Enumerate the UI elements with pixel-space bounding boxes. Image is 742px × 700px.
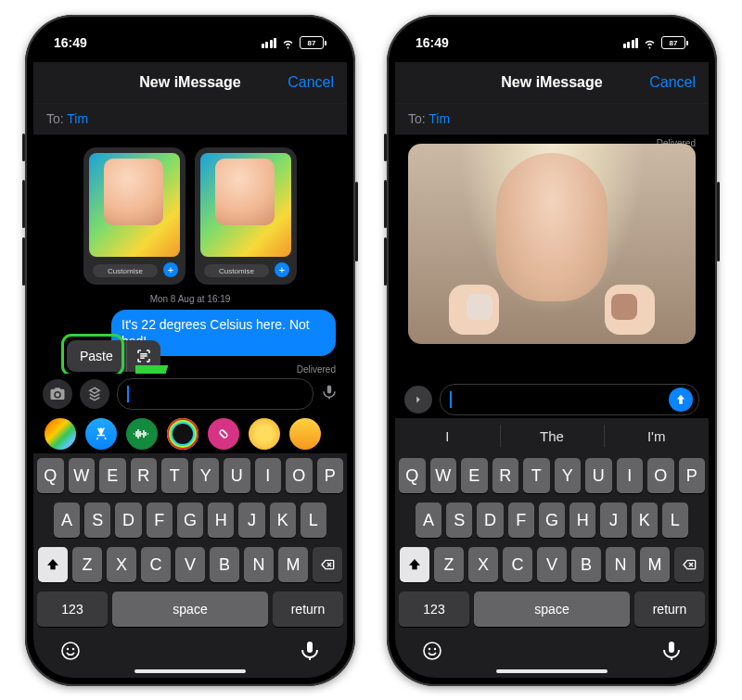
memoji-app-icon[interactable] [249,418,280,450]
attachment-thumb[interactable]: Customise + [195,147,297,285]
key-l[interactable]: L [301,503,326,538]
shift-key[interactable] [400,547,429,582]
key-x[interactable]: X [107,547,136,582]
key-r[interactable]: R [131,458,158,493]
key-b[interactable]: B [571,547,601,582]
backspace-key[interactable] [313,547,342,582]
key-p[interactable]: P [317,458,344,493]
key-g[interactable]: G [539,503,565,538]
key-d[interactable]: D [115,503,141,538]
key-a[interactable]: A [54,503,80,538]
key-v[interactable]: V [537,547,567,582]
plus-icon[interactable]: + [275,262,289,277]
key-u[interactable]: U [224,458,250,493]
numbers-key[interactable]: 123 [399,592,469,627]
key-o[interactable]: O [286,458,313,493]
key-e[interactable]: E [99,458,126,493]
key-b[interactable]: B [210,547,239,582]
plus-icon[interactable]: + [163,262,178,277]
key-i[interactable]: I [617,458,644,493]
key-h[interactable]: H [569,503,595,538]
return-key[interactable]: return [273,592,343,627]
key-v[interactable]: V [175,547,205,582]
shazam-app-icon[interactable] [208,418,239,450]
key-w[interactable]: W [430,458,457,493]
key-g[interactable]: G [177,503,203,538]
key-n[interactable]: N [606,547,635,582]
key-o[interactable]: O [647,458,674,493]
key-e[interactable]: E [461,458,488,493]
photos-app-icon[interactable] [45,418,76,450]
key-m[interactable]: M [640,547,670,582]
to-field[interactable]: To: Tim [395,104,709,134]
key-z[interactable]: Z [72,547,102,582]
apps-button[interactable] [80,379,109,409]
keyboard[interactable]: Q W E R T Y U I O P A S D F G H [33,453,347,678]
key-t[interactable]: T [523,458,550,493]
key-r[interactable]: R [493,458,519,493]
paste-button[interactable]: Paste [67,340,127,372]
shift-key[interactable] [38,547,68,582]
conversation-area[interactable]: Delivered [395,134,709,381]
key-p[interactable]: P [679,458,706,493]
key-u[interactable]: U [585,458,612,493]
extra-app-icon[interactable] [289,418,321,450]
prediction[interactable]: I'm [604,418,709,453]
key-s[interactable]: S [84,503,110,538]
camera-button[interactable] [43,379,72,409]
key-k[interactable]: K [632,503,658,538]
key-k[interactable]: K [270,503,296,538]
customise-button[interactable]: Customise [93,264,158,277]
prediction[interactable]: I [395,418,500,453]
key-j[interactable]: J [238,503,264,538]
space-key[interactable]: space [112,592,268,627]
key-c[interactable]: C [503,547,532,582]
key-t[interactable]: T [161,458,188,493]
scan-text-icon[interactable] [127,348,160,364]
key-c[interactable]: C [141,547,171,582]
keyboard[interactable]: I The I'm Q W E R T Y U I O P A [395,418,709,678]
key-f[interactable]: F [508,503,534,538]
message-input[interactable] [117,378,313,410]
to-field[interactable]: To: Tim [33,104,347,134]
customise-button[interactable]: Customise [204,264,269,277]
key-f[interactable]: F [147,503,173,538]
key-q[interactable]: Q [37,458,64,493]
paste-menu[interactable]: Paste [67,340,160,372]
appstore-app-icon[interactable] [85,418,117,450]
numbers-key[interactable]: 123 [37,592,108,627]
key-s[interactable]: S [446,503,472,538]
conversation-area[interactable]: Customise + Customise + Mon 8 Aug at 16:… [33,134,347,374]
home-indicator[interactable] [496,669,608,673]
key-q[interactable]: Q [399,458,426,493]
emoji-key[interactable] [421,640,443,666]
key-m[interactable]: M [278,547,308,582]
dictate-icon[interactable] [321,382,338,406]
key-l[interactable]: L [662,503,688,538]
key-d[interactable]: D [477,503,503,538]
audio-app-icon[interactable] [126,418,158,450]
expand-apps-button[interactable] [404,386,432,414]
key-y[interactable]: Y [555,458,582,493]
cancel-button[interactable]: Cancel [288,74,334,91]
key-y[interactable]: Y [193,458,220,493]
backspace-key[interactable] [674,547,704,582]
key-j[interactable]: J [600,503,626,538]
imessage-app-strip[interactable] [33,414,347,453]
cancel-button[interactable]: Cancel [649,74,696,91]
send-button[interactable] [669,388,693,412]
prediction[interactable]: The [500,418,605,453]
key-n[interactable]: N [244,547,274,582]
return-key[interactable]: return [634,592,705,627]
message-input[interactable] [440,384,699,415]
space-key[interactable]: space [474,592,630,627]
dictate-key[interactable] [299,640,321,666]
key-h[interactable]: H [208,503,234,538]
home-indicator[interactable] [134,669,246,673]
key-z[interactable]: Z [434,547,464,582]
attachment-thumb[interactable]: Customise + [83,147,186,285]
key-a[interactable]: A [416,503,441,538]
emoji-key[interactable] [59,640,82,666]
key-i[interactable]: I [255,458,282,493]
key-x[interactable]: X [468,547,498,582]
